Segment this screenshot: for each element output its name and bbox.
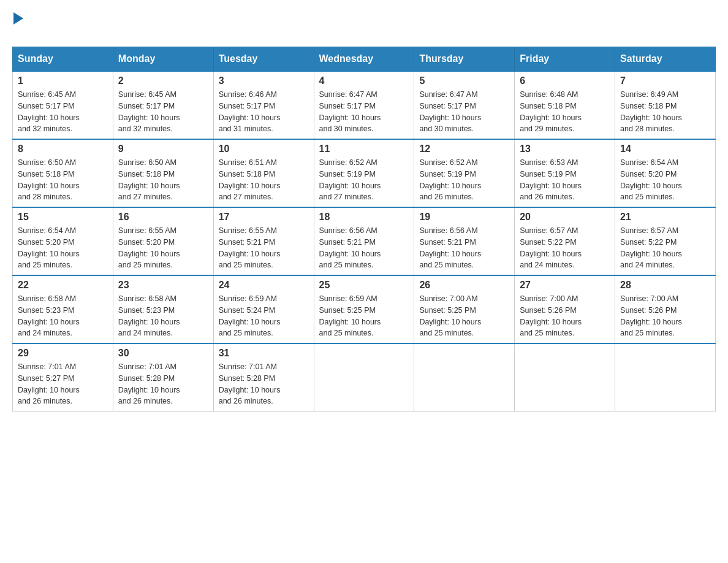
day-info: Sunrise: 6:54 AM Sunset: 5:20 PM Dayligh… — [18, 225, 108, 271]
calendar-table: SundayMondayTuesdayWednesdayThursdayFrid… — [12, 47, 716, 412]
calendar-cell: 25 Sunrise: 6:59 AM Sunset: 5:25 PM Dayl… — [314, 275, 414, 343]
day-number: 28 — [620, 280, 710, 291]
day-info: Sunrise: 6:55 AM Sunset: 5:21 PM Dayligh… — [219, 225, 309, 271]
calendar-cell: 12 Sunrise: 6:52 AM Sunset: 5:19 PM Dayl… — [414, 139, 515, 207]
day-number: 1 — [18, 75, 108, 86]
calendar-cell: 16 Sunrise: 6:55 AM Sunset: 5:20 PM Dayl… — [113, 207, 213, 275]
calendar-cell: 3 Sunrise: 6:46 AM Sunset: 5:17 PM Dayli… — [213, 71, 314, 139]
day-number: 17 — [219, 212, 309, 223]
column-header-friday: Friday — [515, 47, 615, 72]
day-info: Sunrise: 7:00 AM Sunset: 5:25 PM Dayligh… — [419, 293, 509, 339]
day-number: 18 — [319, 212, 409, 223]
day-info: Sunrise: 6:59 AM Sunset: 5:25 PM Dayligh… — [319, 293, 409, 339]
day-info: Sunrise: 6:46 AM Sunset: 5:17 PM Dayligh… — [219, 89, 309, 135]
day-number: 27 — [520, 280, 610, 291]
calendar-cell: 24 Sunrise: 6:59 AM Sunset: 5:24 PM Dayl… — [213, 275, 314, 343]
calendar-header-row: SundayMondayTuesdayWednesdayThursdayFrid… — [13, 47, 716, 72]
day-info: Sunrise: 6:54 AM Sunset: 5:20 PM Dayligh… — [620, 157, 710, 203]
day-info: Sunrise: 6:59 AM Sunset: 5:24 PM Dayligh… — [219, 293, 309, 339]
day-info: Sunrise: 6:45 AM Sunset: 5:17 PM Dayligh… — [118, 89, 208, 135]
day-number: 2 — [118, 75, 208, 86]
day-number: 21 — [620, 212, 710, 223]
day-info: Sunrise: 6:58 AM Sunset: 5:23 PM Dayligh… — [18, 293, 108, 339]
day-number: 19 — [419, 212, 509, 223]
calendar-cell: 8 Sunrise: 6:50 AM Sunset: 5:18 PM Dayli… — [13, 139, 113, 207]
day-info: Sunrise: 7:00 AM Sunset: 5:26 PM Dayligh… — [620, 293, 710, 339]
day-number: 4 — [319, 75, 409, 86]
calendar-cell: 29 Sunrise: 7:01 AM Sunset: 5:27 PM Dayl… — [13, 343, 113, 412]
day-number: 10 — [219, 144, 309, 155]
calendar-cell: 6 Sunrise: 6:48 AM Sunset: 5:18 PM Dayli… — [515, 71, 615, 139]
calendar-cell: 22 Sunrise: 6:58 AM Sunset: 5:23 PM Dayl… — [13, 275, 113, 343]
calendar-cell: 10 Sunrise: 6:51 AM Sunset: 5:18 PM Dayl… — [213, 139, 314, 207]
column-header-monday: Monday — [113, 47, 213, 72]
day-number: 25 — [319, 280, 409, 291]
day-number: 23 — [118, 280, 208, 291]
calendar-cell: 27 Sunrise: 7:00 AM Sunset: 5:26 PM Dayl… — [515, 275, 615, 343]
calendar-cell: 28 Sunrise: 7:00 AM Sunset: 5:26 PM Dayl… — [615, 275, 716, 343]
day-info: Sunrise: 6:48 AM Sunset: 5:18 PM Dayligh… — [520, 89, 610, 135]
day-info: Sunrise: 6:55 AM Sunset: 5:20 PM Dayligh… — [118, 225, 208, 271]
calendar-cell: 14 Sunrise: 6:54 AM Sunset: 5:20 PM Dayl… — [615, 139, 716, 207]
calendar-cell — [414, 343, 515, 412]
day-info: Sunrise: 6:56 AM Sunset: 5:21 PM Dayligh… — [319, 225, 409, 271]
calendar-cell: 30 Sunrise: 7:01 AM Sunset: 5:28 PM Dayl… — [113, 343, 213, 412]
calendar-cell: 4 Sunrise: 6:47 AM Sunset: 5:17 PM Dayli… — [314, 71, 414, 139]
calendar-cell: 5 Sunrise: 6:47 AM Sunset: 5:17 PM Dayli… — [414, 71, 515, 139]
column-header-tuesday: Tuesday — [213, 47, 314, 72]
day-number: 14 — [620, 144, 710, 155]
calendar-cell: 20 Sunrise: 6:57 AM Sunset: 5:22 PM Dayl… — [515, 207, 615, 275]
calendar-week-row: 29 Sunrise: 7:01 AM Sunset: 5:27 PM Dayl… — [13, 343, 716, 412]
calendar-cell: 17 Sunrise: 6:55 AM Sunset: 5:21 PM Dayl… — [213, 207, 314, 275]
calendar-cell: 15 Sunrise: 6:54 AM Sunset: 5:20 PM Dayl… — [13, 207, 113, 275]
day-info: Sunrise: 6:47 AM Sunset: 5:17 PM Dayligh… — [319, 89, 409, 135]
calendar-cell: 9 Sunrise: 6:50 AM Sunset: 5:18 PM Dayli… — [113, 139, 213, 207]
day-info: Sunrise: 6:57 AM Sunset: 5:22 PM Dayligh… — [620, 225, 710, 271]
page-header — [12, 12, 716, 34]
calendar-week-row: 8 Sunrise: 6:50 AM Sunset: 5:18 PM Dayli… — [13, 139, 716, 207]
day-info: Sunrise: 7:01 AM Sunset: 5:28 PM Dayligh… — [219, 361, 309, 407]
day-info: Sunrise: 6:49 AM Sunset: 5:18 PM Dayligh… — [620, 89, 710, 135]
day-number: 6 — [520, 75, 610, 86]
day-number: 20 — [520, 212, 610, 223]
calendar-cell: 2 Sunrise: 6:45 AM Sunset: 5:17 PM Dayli… — [113, 71, 213, 139]
day-info: Sunrise: 7:01 AM Sunset: 5:28 PM Dayligh… — [118, 361, 208, 407]
day-number: 31 — [219, 348, 309, 359]
day-info: Sunrise: 6:50 AM Sunset: 5:18 PM Dayligh… — [18, 157, 108, 203]
day-number: 15 — [18, 212, 108, 223]
calendar-cell: 26 Sunrise: 7:00 AM Sunset: 5:25 PM Dayl… — [414, 275, 515, 343]
day-number: 11 — [319, 144, 409, 155]
calendar-cell: 11 Sunrise: 6:52 AM Sunset: 5:19 PM Dayl… — [314, 139, 414, 207]
day-info: Sunrise: 6:45 AM Sunset: 5:17 PM Dayligh… — [18, 89, 108, 135]
calendar-cell: 1 Sunrise: 6:45 AM Sunset: 5:17 PM Dayli… — [13, 71, 113, 139]
logo-triangle-icon — [13, 12, 23, 25]
calendar-cell: 18 Sunrise: 6:56 AM Sunset: 5:21 PM Dayl… — [314, 207, 414, 275]
calendar-cell — [314, 343, 414, 412]
day-info: Sunrise: 7:00 AM Sunset: 5:26 PM Dayligh… — [520, 293, 610, 339]
day-info: Sunrise: 6:57 AM Sunset: 5:22 PM Dayligh… — [520, 225, 610, 271]
day-info: Sunrise: 6:56 AM Sunset: 5:21 PM Dayligh… — [419, 225, 509, 271]
column-header-sunday: Sunday — [13, 47, 113, 72]
calendar-cell: 23 Sunrise: 6:58 AM Sunset: 5:23 PM Dayl… — [113, 275, 213, 343]
day-number: 29 — [18, 348, 108, 359]
day-info: Sunrise: 6:50 AM Sunset: 5:18 PM Dayligh… — [118, 157, 208, 203]
day-number: 3 — [219, 75, 309, 86]
day-info: Sunrise: 6:53 AM Sunset: 5:19 PM Dayligh… — [520, 157, 610, 203]
day-number: 13 — [520, 144, 610, 155]
column-header-wednesday: Wednesday — [314, 47, 414, 72]
day-info: Sunrise: 6:52 AM Sunset: 5:19 PM Dayligh… — [419, 157, 509, 203]
day-number: 16 — [118, 212, 208, 223]
logo — [12, 12, 25, 34]
day-number: 26 — [419, 280, 509, 291]
calendar-week-row: 1 Sunrise: 6:45 AM Sunset: 5:17 PM Dayli… — [13, 71, 716, 139]
calendar-cell — [515, 343, 615, 412]
day-number: 30 — [118, 348, 208, 359]
day-info: Sunrise: 7:01 AM Sunset: 5:27 PM Dayligh… — [18, 361, 108, 407]
day-info: Sunrise: 6:51 AM Sunset: 5:18 PM Dayligh… — [219, 157, 309, 203]
column-header-thursday: Thursday — [414, 47, 515, 72]
calendar-cell: 31 Sunrise: 7:01 AM Sunset: 5:28 PM Dayl… — [213, 343, 314, 412]
calendar-cell: 13 Sunrise: 6:53 AM Sunset: 5:19 PM Dayl… — [515, 139, 615, 207]
day-info: Sunrise: 6:58 AM Sunset: 5:23 PM Dayligh… — [118, 293, 208, 339]
day-number: 5 — [419, 75, 509, 86]
day-info: Sunrise: 6:52 AM Sunset: 5:19 PM Dayligh… — [319, 157, 409, 203]
